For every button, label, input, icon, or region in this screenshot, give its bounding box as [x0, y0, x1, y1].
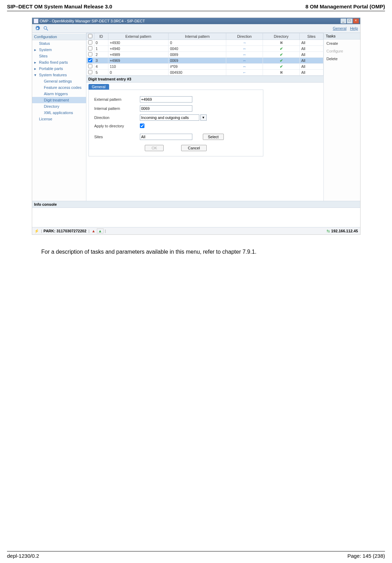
minimize-button[interactable]: _	[341, 19, 346, 23]
col-internal[interactable]: Internal pattern	[169, 33, 226, 40]
network-icon: ⇆	[327, 229, 330, 233]
cell-direction: →	[226, 40, 263, 46]
row-checkbox[interactable]	[88, 40, 92, 44]
header-checkbox[interactable]	[88, 34, 92, 38]
detail-pane: External pattern Internal pattern Direct…	[88, 90, 263, 156]
row-checkbox[interactable]	[88, 70, 92, 74]
cell-sites: All	[300, 52, 323, 58]
direction-label: Direction	[94, 115, 140, 120]
cell-directory: ✔	[263, 58, 300, 64]
window-title: OMP - OpenMobility Manager SIP-DECT 3.0R…	[40, 19, 145, 23]
cell-directory: ✔	[263, 52, 300, 58]
cell-id: 5	[94, 70, 108, 76]
sites-input[interactable]	[140, 134, 192, 140]
app-icon	[34, 19, 38, 23]
sidebar-sub-general-settings[interactable]: General settings	[32, 78, 86, 84]
cancel-button[interactable]: Cancel	[181, 145, 206, 151]
tab-general[interactable]: General	[88, 84, 109, 90]
ip-address: 192.166.112.45	[331, 229, 358, 233]
task-create[interactable]: Create	[324, 40, 360, 47]
tasks-panel: Tasks Create Configure Delete	[323, 33, 360, 201]
task-delete[interactable]: Delete	[324, 55, 360, 63]
cell-external: +4969	[108, 58, 168, 64]
cell-direction: ↔	[226, 52, 263, 58]
window-titlebar: OMP - OpenMobility Manager SIP-DECT 3.0R…	[32, 18, 360, 24]
table-row[interactable]: 50004930←✖All	[86, 70, 323, 76]
cell-internal: 0069	[169, 58, 226, 64]
sidebar-sub-feature-access-codes[interactable]: Feature access codes	[32, 84, 86, 91]
internal-pattern-label: Internal pattern	[94, 106, 140, 111]
table-row[interactable]: 2+49890089↔✔All	[86, 52, 323, 58]
table-row[interactable]: 0+49300→✖All	[86, 40, 323, 46]
tasks-heading: Tasks	[324, 33, 360, 40]
col-sites[interactable]: Sites	[300, 33, 323, 40]
doc-footer-left: depl-1230/0.2	[7, 553, 39, 559]
external-pattern-input[interactable]	[140, 96, 192, 103]
app-window: OMP - OpenMobility Manager SIP-DECT 3.0R…	[32, 17, 361, 235]
cell-id: 1	[94, 46, 108, 52]
cell-internal: 0	[169, 40, 226, 46]
content-area: ID External pattern Internal pattern Dir…	[86, 33, 360, 201]
cell-internal: 004930	[169, 70, 226, 76]
internal-pattern-input[interactable]	[140, 105, 192, 112]
sidebar-item-license[interactable]: License	[32, 116, 86, 122]
row-checkbox[interactable]	[88, 58, 92, 62]
cell-external: +4989	[108, 52, 168, 58]
cell-id: 3	[94, 58, 108, 64]
sidebar-item-status[interactable]: Status	[32, 40, 86, 47]
status-icon-b[interactable]: ▲	[98, 229, 102, 233]
direction-select[interactable]	[140, 114, 199, 121]
cell-directory: ✔	[263, 64, 300, 70]
sidebar-sub-digit-treatment[interactable]: Digit treatment	[32, 97, 86, 103]
search-icon[interactable]	[43, 25, 49, 31]
park-value: PARK: 31170307272202	[43, 229, 86, 233]
general-link[interactable]: General	[333, 26, 347, 30]
cell-external: +4940	[108, 46, 168, 52]
col-id[interactable]: ID	[94, 33, 108, 40]
doc-header-rule	[7, 11, 385, 11]
sidebar-item-system-features[interactable]: System features	[32, 72, 86, 78]
select-sites-button[interactable]: Select	[203, 134, 224, 140]
cell-direction: ↔	[226, 58, 263, 64]
sidebar-item-sites[interactable]: Sites	[32, 53, 86, 59]
sidebar-sub-directory[interactable]: Directory	[32, 103, 86, 110]
sites-label: Sites	[94, 135, 140, 139]
chevron-down-icon[interactable]: ▼	[200, 114, 207, 121]
gear-icon[interactable]	[34, 25, 41, 31]
cell-sites: All	[300, 70, 323, 76]
row-checkbox[interactable]	[88, 46, 92, 50]
apply-directory-label: Apply to directory	[94, 124, 140, 128]
table-row[interactable]: 1+49400040↔✔All	[86, 46, 323, 52]
ok-button[interactable]: OK	[145, 145, 164, 151]
row-checkbox[interactable]	[88, 64, 92, 68]
task-configure[interactable]: Configure	[324, 47, 360, 55]
plug-icon: ⚡	[34, 229, 39, 233]
cell-sites: All	[300, 40, 323, 46]
cell-direction: ←	[226, 70, 263, 76]
col-directory[interactable]: Directory	[263, 33, 300, 40]
table-row[interactable]: 3+49690069↔✔All	[86, 58, 323, 64]
doc-footer-rule	[7, 551, 385, 551]
apply-directory-checkbox[interactable]	[140, 124, 144, 128]
doc-footer-right: Page: 145 (238)	[347, 553, 385, 559]
table-row[interactable]: 4110#*09↔✔All	[86, 64, 323, 70]
maximize-button[interactable]: □	[347, 19, 352, 23]
cell-direction: ↔	[226, 46, 263, 52]
cell-internal: 0089	[169, 52, 226, 58]
cell-direction: ↔	[226, 64, 263, 70]
col-direction[interactable]: Direction	[226, 33, 263, 40]
sidebar-item-system[interactable]: System	[32, 47, 86, 53]
cell-internal: 0040	[169, 46, 226, 52]
cell-external: 110	[108, 64, 168, 70]
status-icon-a[interactable]: ▲	[92, 229, 95, 233]
close-button[interactable]: ×	[353, 19, 359, 23]
sidebar-sub-xml-applications[interactable]: XML applications	[32, 110, 86, 116]
sidebar-item-radio-fixed-parts[interactable]: Radio fixed parts	[32, 59, 86, 65]
doc-header-right: 8 OM Management Portal (OMP)	[305, 3, 385, 9]
sidebar-item-portable-parts[interactable]: Portable parts	[32, 65, 86, 72]
sidebar-sub-alarm-triggers[interactable]: Alarm triggers	[32, 91, 86, 97]
col-external[interactable]: External pattern	[108, 33, 168, 40]
doc-header-left: SIP–DECT OM System Manual Release 3.0	[7, 3, 112, 9]
help-link[interactable]: Help	[350, 26, 358, 30]
row-checkbox[interactable]	[88, 52, 92, 56]
